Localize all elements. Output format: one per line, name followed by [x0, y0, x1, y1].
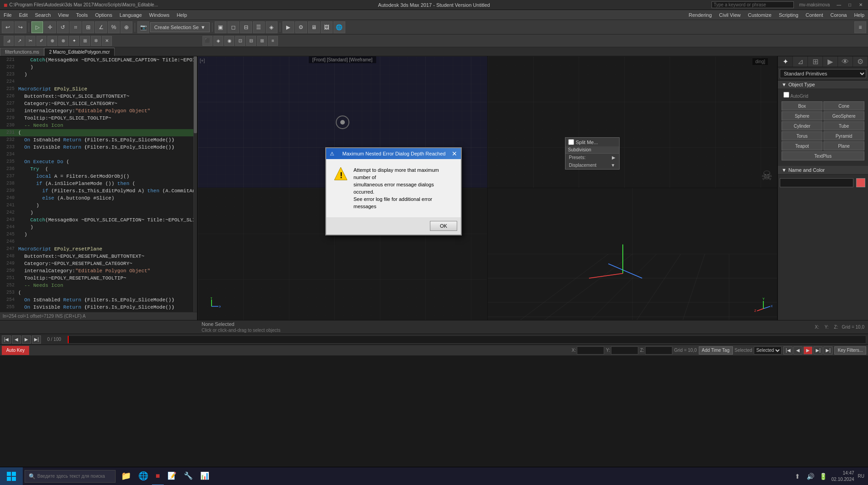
tube-button[interactable]: Tube [823, 121, 864, 130]
timeline-track[interactable] [67, 335, 866, 344]
environment[interactable]: 🌐 [333, 21, 345, 33]
z-coord-input[interactable] [645, 346, 672, 355]
menu-tools[interactable]: Tools [72, 10, 91, 20]
add-time-tag-btn[interactable]: Add Time Tag [699, 346, 733, 355]
pb-go-end[interactable]: ▶| [823, 346, 833, 355]
close-button[interactable]: ✕ [857, 1, 864, 9]
editor-btn8[interactable]: ⊞ [80, 36, 90, 46]
active-shade[interactable]: 🖥 [308, 21, 320, 33]
volume-icon[interactable]: 🔊 [806, 472, 815, 481]
editor-btn9[interactable]: ✲ [91, 36, 101, 46]
menu-help-main[interactable]: Help [850, 10, 868, 20]
minimize-button[interactable]: — [835, 1, 843, 9]
editor-btn5[interactable]: ⊕ [47, 36, 57, 46]
angle-snap[interactable]: ∠ [95, 21, 107, 33]
tab-filterfunctions[interactable]: filterfunctions.ms [0, 48, 44, 56]
menu-options[interactable]: Options [91, 10, 116, 20]
taskbar-search-input[interactable] [37, 474, 111, 479]
tab-macro-editable[interactable]: 2 Macro_EditablePolygon.mcr [44, 48, 115, 56]
menu-edit[interactable]: Edit [15, 10, 31, 20]
view-btn3[interactable]: ◉ [224, 36, 234, 46]
redo-button[interactable]: ↪ [15, 21, 26, 33]
go-start-btn[interactable]: |◀ [2, 335, 11, 344]
taskbar-3dsmax[interactable]: ■ [152, 467, 164, 485]
y-coord-input[interactable] [611, 346, 638, 355]
vp-nav-icon[interactable] [336, 115, 349, 129]
taskbar-clock[interactable]: 14:47 02.10.2024 [831, 470, 854, 483]
viewport-top-right[interactable]: Split Me... Subdivision Presets: ▶ Displ… [488, 56, 777, 188]
menu-search[interactable]: Search [31, 10, 55, 20]
create-selection-button[interactable]: Create Selection Se ▼ [150, 22, 210, 32]
menu-help[interactable]: Help [173, 10, 191, 20]
editor-btn6[interactable]: ⊗ [58, 36, 68, 46]
maximize-button[interactable]: □ [846, 1, 853, 9]
play-btn[interactable]: ▶ [22, 335, 31, 344]
menu-scripting[interactable]: Scripting [775, 10, 802, 20]
pb-go-start[interactable]: |◀ [783, 346, 792, 355]
autogrid-checkbox[interactable] [783, 92, 789, 98]
view-btn2[interactable]: ◈ [213, 36, 223, 46]
rotate-button[interactable]: ↺ [57, 21, 69, 33]
pb-next[interactable]: ▶| [813, 346, 823, 355]
box-button[interactable]: Box [782, 101, 823, 110]
select-none-btn[interactable]: ◻ [227, 21, 239, 33]
editor-btn2[interactable]: ↗ [15, 36, 25, 46]
move-button[interactable]: ✛ [44, 21, 56, 33]
x-coord-input[interactable] [577, 346, 604, 355]
search-box[interactable]: Type a keyword or phrase [712, 1, 794, 8]
spinner-snap[interactable]: ⊕ [121, 21, 132, 33]
rpanel-tab-motion[interactable]: ▶ [823, 56, 838, 67]
torus-button[interactable]: Torus [782, 131, 823, 140]
sphere-button[interactable]: Sphere [782, 111, 823, 120]
menu-file[interactable]: File [0, 10, 15, 20]
next-frame-btn[interactable]: ▶| [32, 335, 41, 344]
menu-view[interactable]: View [55, 10, 73, 20]
camera-button[interactable]: 📷 [137, 21, 149, 33]
view-btn6[interactable]: ⊞ [257, 36, 267, 46]
scroll-thumb[interactable] [194, 56, 197, 133]
select-button[interactable]: ▷ [31, 21, 43, 33]
dialog-close-btn[interactable]: ✕ [452, 150, 457, 157]
percent-snap[interactable]: % [108, 21, 120, 33]
taskbar-notepad[interactable]: 📝 [164, 467, 180, 485]
menu-language[interactable]: Language [116, 10, 146, 20]
view-btn1[interactable]: ⬛ [202, 36, 212, 46]
render-frame[interactable]: 🖼 [321, 21, 333, 33]
select-invert-btn[interactable]: ⊟ [240, 21, 252, 33]
snap-toggle[interactable]: ⊞ [82, 21, 94, 33]
color-swatch[interactable] [856, 178, 865, 187]
code-scrollbar[interactable] [193, 56, 197, 312]
plane-button[interactable]: Plane [823, 141, 864, 150]
rpanel-tab-display[interactable]: 👁 [838, 56, 853, 67]
editor-btn7[interactable]: ✦ [69, 36, 79, 46]
pb-prev[interactable]: ◀ [793, 346, 802, 355]
split-mesh-checkbox[interactable] [568, 139, 574, 145]
viewport-bottom-right[interactable]: X Y Z [488, 188, 777, 320]
menu-civil-view[interactable]: Civil View [716, 10, 744, 20]
view-btn4[interactable]: ⊡ [235, 36, 245, 46]
selected-dropdown[interactable]: Selected [754, 346, 782, 355]
pb-play[interactable]: ▶ [803, 346, 812, 355]
presets-item[interactable]: Presets: ▶ [565, 154, 619, 161]
teapot-button[interactable]: Teapot [782, 141, 823, 150]
select-by-name[interactable]: ☰ [253, 21, 265, 33]
dialog-ok-button[interactable]: OK [430, 221, 457, 231]
editor-btn4[interactable]: ✐ [36, 36, 46, 46]
view-btn7[interactable]: ≡ [268, 36, 278, 46]
rpanel-tab-create[interactable]: ✦ [778, 56, 793, 67]
render-button[interactable]: ▶ [283, 21, 294, 33]
object-type-header[interactable]: ▼ Object Type [778, 80, 868, 89]
key-filters-btn[interactable]: Key Filters... [834, 346, 866, 355]
scale-button[interactable]: ⌗ [70, 21, 81, 33]
code-editor[interactable]: 221 Catch(MessageBox ~EPOLY_SLICEPLANE_C… [0, 56, 193, 312]
menu-customize[interactable]: Customize [744, 10, 775, 20]
editor-btn1[interactable]: ⊿ [4, 36, 14, 46]
textplus-button[interactable]: TextPlus [782, 151, 864, 160]
prev-frame-btn[interactable]: ◀ [12, 335, 21, 344]
geosphere-button[interactable]: GeoSphere [823, 111, 864, 120]
standard-primitives-dropdown[interactable]: Standard Primitives [780, 69, 866, 78]
view-btn5[interactable]: ⊟ [246, 36, 256, 46]
menu-rendering[interactable]: Rendering [685, 10, 716, 20]
network-icon[interactable]: ⬆ [793, 472, 802, 481]
cone-button[interactable]: Cone [823, 101, 864, 110]
